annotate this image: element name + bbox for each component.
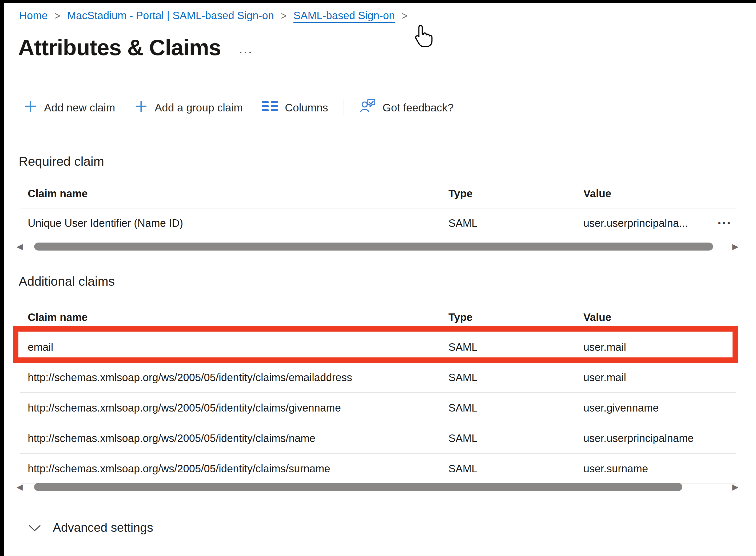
table-header-row: Claim name Type Value bbox=[20, 179, 736, 208]
additional-claims-heading: Additional claims bbox=[19, 274, 115, 289]
scroll-right-icon[interactable]: ▶ bbox=[726, 242, 738, 252]
claim-type-cell: SAML bbox=[449, 341, 583, 353]
chevron-right-icon: > bbox=[281, 9, 287, 22]
command-bar-divider bbox=[15, 125, 756, 125]
got-feedback-label: Got feedback? bbox=[383, 102, 454, 114]
add-new-claim-label: Add new claim bbox=[44, 102, 115, 114]
feedback-person-icon bbox=[360, 98, 376, 117]
column-header-claim-name[interactable]: Claim name bbox=[20, 188, 449, 200]
additional-claims-scrollbar: ◀ ▶ bbox=[17, 482, 738, 492]
columns-label: Columns bbox=[285, 102, 328, 114]
claim-name-cell: Unique User Identifier (Name ID) bbox=[20, 217, 449, 229]
column-header-value[interactable]: Value bbox=[583, 188, 736, 200]
attributes-claims-page: Home > MacStadium - Portal | SAML-based … bbox=[0, 0, 756, 556]
got-feedback-button[interactable]: Got feedback? bbox=[360, 98, 454, 117]
row-menu-icon[interactable]: ••• bbox=[718, 218, 732, 228]
claim-name-cell: email bbox=[20, 341, 449, 353]
table-row-emailaddress[interactable]: http://schemas.xmlsoap.org/ws/2005/05/id… bbox=[20, 362, 736, 393]
claim-value-cell: user.surname bbox=[583, 463, 648, 475]
columns-icon bbox=[261, 101, 278, 115]
claim-type-cell: SAML bbox=[449, 432, 583, 444]
claim-type-cell: SAML bbox=[449, 402, 583, 414]
table-header-row: Claim name Type Value bbox=[20, 303, 736, 332]
claim-type-cell: SAML bbox=[449, 372, 583, 384]
table-row-givenname[interactable]: http://schemas.xmlsoap.org/ws/2005/05/id… bbox=[20, 393, 736, 423]
plus-icon bbox=[134, 99, 148, 116]
add-group-claim-label: Add a group claim bbox=[155, 102, 243, 114]
required-claim-scrollbar: ◀ ▶ bbox=[17, 242, 738, 252]
table-row-email[interactable]: email SAML user.mail bbox=[20, 332, 736, 362]
claim-name-cell: http://schemas.xmlsoap.org/ws/2005/05/id… bbox=[20, 432, 449, 444]
table-row-name[interactable]: http://schemas.xmlsoap.org/ws/2005/05/id… bbox=[20, 423, 736, 454]
chevron-down-icon bbox=[28, 520, 41, 535]
chevron-right-icon: > bbox=[55, 9, 60, 22]
window-frame-left bbox=[0, 0, 4, 556]
page-context-menu-button[interactable]: … bbox=[238, 39, 254, 57]
plus-icon bbox=[23, 99, 38, 116]
additional-claims-table: Claim name Type Value email SAML user.ma… bbox=[20, 303, 736, 484]
add-new-claim-button[interactable]: Add new claim bbox=[23, 99, 115, 116]
window-frame-top bbox=[0, 0, 756, 3]
scrollbar-track[interactable] bbox=[29, 242, 726, 252]
toolbar-divider bbox=[343, 100, 344, 115]
columns-button[interactable]: Columns bbox=[261, 101, 328, 115]
advanced-settings-toggle[interactable]: Advanced settings bbox=[28, 520, 153, 535]
breadcrumb-saml-signon-link[interactable]: SAML-based Sign-on bbox=[293, 10, 395, 22]
page-title: Attributes & Claims bbox=[18, 35, 221, 61]
scroll-right-icon[interactable]: ▶ bbox=[726, 482, 738, 492]
hand-cursor-icon bbox=[413, 24, 433, 47]
claim-type-cell: SAML bbox=[449, 463, 583, 475]
claim-value-cell: user.mail bbox=[583, 372, 626, 384]
scrollbar-thumb[interactable] bbox=[34, 483, 682, 491]
claim-name-cell: http://schemas.xmlsoap.org/ws/2005/05/id… bbox=[20, 463, 449, 475]
add-group-claim-button[interactable]: Add a group claim bbox=[134, 99, 243, 116]
claim-value-cell: user.mail bbox=[583, 341, 626, 353]
column-header-claim-name[interactable]: Claim name bbox=[20, 311, 449, 323]
claim-value-cell: user.userprincipalna... bbox=[583, 217, 688, 229]
table-row-surname[interactable]: http://schemas.xmlsoap.org/ws/2005/05/id… bbox=[20, 454, 736, 484]
column-header-value[interactable]: Value bbox=[583, 311, 736, 323]
chevron-right-icon: > bbox=[402, 9, 407, 22]
table-row-unique-user-identifier[interactable]: Unique User Identifier (Name ID) SAML us… bbox=[20, 208, 736, 238]
scroll-left-icon[interactable]: ◀ bbox=[17, 482, 29, 492]
breadcrumb-enterprise-app-link[interactable]: MacStadium - Portal | SAML-based Sign-on bbox=[67, 10, 274, 22]
breadcrumb: Home > MacStadium - Portal | SAML-based … bbox=[19, 10, 407, 22]
command-bar: Add new claim Add a group claim Columns bbox=[23, 98, 454, 118]
required-claim-table: Claim name Type Value Unique User Identi… bbox=[20, 179, 736, 238]
claim-type-cell: SAML bbox=[449, 217, 583, 229]
advanced-settings-label: Advanced settings bbox=[53, 520, 153, 535]
scrollbar-thumb[interactable] bbox=[34, 243, 713, 250]
required-claim-heading: Required claim bbox=[19, 154, 104, 169]
breadcrumb-home-link[interactable]: Home bbox=[19, 10, 48, 22]
claim-value-cell: user.givenname bbox=[583, 402, 659, 414]
column-header-type[interactable]: Type bbox=[449, 188, 583, 200]
claim-name-cell: http://schemas.xmlsoap.org/ws/2005/05/id… bbox=[20, 372, 449, 384]
column-header-type[interactable]: Type bbox=[449, 311, 583, 323]
scrollbar-track[interactable] bbox=[29, 482, 726, 492]
claim-name-cell: http://schemas.xmlsoap.org/ws/2005/05/id… bbox=[20, 402, 449, 414]
claim-value-cell: user.userprincipalname bbox=[583, 432, 694, 444]
scroll-left-icon[interactable]: ◀ bbox=[17, 242, 29, 252]
